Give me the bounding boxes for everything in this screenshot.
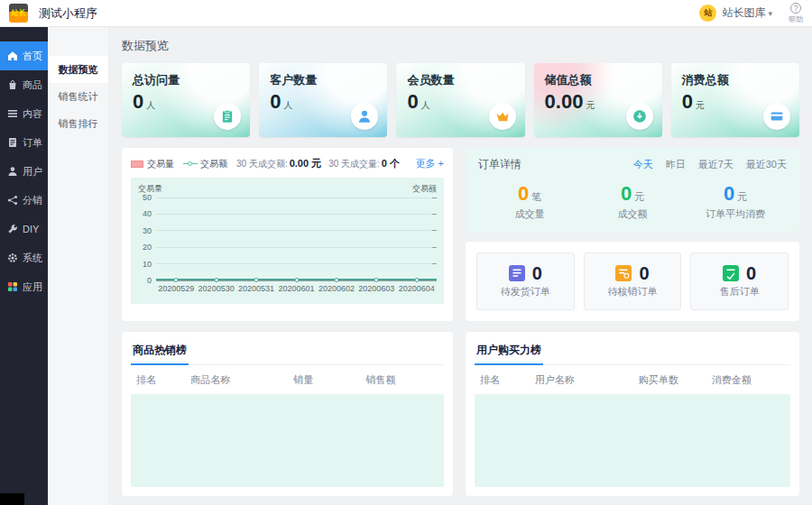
gear-icon <box>7 252 18 263</box>
stat-card-consumption: 消费总额 0元 <box>671 63 799 137</box>
buying-power-empty-body <box>475 394 790 487</box>
person-icon <box>351 103 378 130</box>
line-chart: 交易量 交易额 01020304050 20200529202005302020… <box>131 178 444 304</box>
more-link[interactable]: 更多 + <box>416 157 444 170</box>
submenu-item-sales-stats[interactable]: 销售统计 <box>48 83 108 110</box>
stat-title: 储值总额 <box>545 72 651 88</box>
main-content: 数据预览 总访问量 0人 客户数量 0人 会员数量 0人 <box>109 27 812 505</box>
user-avatar[interactable]: 站 <box>699 5 716 22</box>
submenu-item-sales-rank[interactable]: 销售排行 <box>48 110 108 137</box>
list-icon <box>7 108 18 119</box>
tab-last-7-days[interactable]: 最近7天 <box>698 158 734 171</box>
chart-summary: 30 天成交额:0.00 元30 天成交量:0 个 <box>236 157 407 170</box>
order-stat-amount: 0元 成交额 <box>581 184 684 221</box>
user-menu-label: 站长图库 <box>722 5 765 21</box>
document-icon <box>7 137 18 148</box>
question-icon: ? <box>790 3 801 14</box>
legend-label-volume[interactable]: 交易量 <box>147 158 174 170</box>
aftersale-icon <box>723 265 739 281</box>
shipment-icon <box>509 265 525 281</box>
home-icon <box>7 50 18 61</box>
submenu: 数据预览 销售统计 销售排行 <box>48 27 109 505</box>
stat-card-members: 会员数量 0人 <box>396 63 524 137</box>
hot-products-headers: 排名 商品名称 销量 销售额 <box>131 365 444 394</box>
order-stat-average: 0元 订单平均消费 <box>684 184 787 221</box>
buying-power-title[interactable]: 用户购买力榜 <box>475 342 543 365</box>
tab-today[interactable]: 今天 <box>633 158 653 171</box>
apps-icon <box>7 281 18 292</box>
submenu-item-data-preview[interactable]: 数据预览 <box>48 56 108 83</box>
x-axis-labels: 2020052920200530202005312020060120200602… <box>156 284 437 293</box>
y-axis-ticks: 01020304050 <box>138 198 156 281</box>
legend-label-amount[interactable]: 交易额 <box>200 158 227 170</box>
download-icon <box>626 103 653 130</box>
sidebar-item-system[interactable]: 系统 <box>0 243 48 272</box>
app-title: 测试小程序 <box>39 5 97 22</box>
crown-icon <box>489 103 516 130</box>
verify-icon <box>615 265 632 281</box>
tab-last-30-days[interactable]: 最近30天 <box>746 158 787 171</box>
clipboard-icon <box>214 103 241 130</box>
help-label: 帮助 <box>789 14 803 24</box>
sidebar: 首页 商品 内容 订单 用户 分销 DIY 系统 应用 <box>0 27 48 505</box>
after-sale-orders[interactable]: 0 售后订单 <box>690 252 789 310</box>
pending-orders-card: 0 待发货订单 0 待核销订单 0 售后订单 <box>466 242 799 321</box>
legend-marker-amount[interactable] <box>183 163 198 164</box>
sidebar-item-orders[interactable]: 订单 <box>0 128 48 157</box>
order-details-title: 订单详情 <box>478 157 521 172</box>
stat-card-customers: 客户数量 0人 <box>259 63 387 137</box>
stat-title: 会员数量 <box>407 72 513 88</box>
stat-title: 消费总额 <box>682 72 789 88</box>
app-logo: 站长 <box>9 4 28 23</box>
help-button[interactable]: ? 帮助 <box>789 3 803 24</box>
user-menu-dropdown[interactable]: 站长图库 ▾ <box>722 5 772 21</box>
user-icon <box>7 166 18 177</box>
hot-products-empty-body <box>131 394 444 487</box>
pending-verify-orders[interactable]: 0 待核销订单 <box>584 252 682 310</box>
chevron-down-icon: ▾ <box>768 9 772 18</box>
stat-title: 客户数量 <box>270 72 376 88</box>
sidebar-item-distribution[interactable]: 分销 <box>0 186 48 215</box>
tools-icon <box>7 224 18 234</box>
buying-power-card: 用户购买力榜 排名 用户名称 购买单数 消费金额 <box>466 332 799 496</box>
sidebar-item-content[interactable]: 内容 <box>0 99 48 128</box>
stat-cards-row: 总访问量 0人 客户数量 0人 会员数量 0人 <box>122 63 799 137</box>
plot-area <box>156 198 437 281</box>
tab-yesterday[interactable]: 昨日 <box>666 158 686 171</box>
order-details-tabs: 今天 昨日 最近7天 最近30天 <box>633 158 787 171</box>
topbar: 站长 测试小程序 站 站长图库 ▾ ? 帮助 <box>0 0 812 27</box>
stat-card-total-visits: 总访问量 0人 <box>122 63 250 137</box>
page-title: 数据预览 <box>122 38 799 54</box>
bag-icon <box>7 79 18 90</box>
sidebar-item-users[interactable]: 用户 <box>0 157 48 186</box>
hot-products-title[interactable]: 商品热销榜 <box>131 342 189 365</box>
buying-power-headers: 排名 用户名称 购买单数 消费金额 <box>475 365 790 394</box>
sidebar-item-home[interactable]: 首页 <box>0 41 48 70</box>
order-stat-volume: 0笔 成交量 <box>478 184 581 221</box>
pending-shipment-orders[interactable]: 0 待发货订单 <box>476 252 575 310</box>
stat-title: 总访问量 <box>133 72 239 88</box>
sidebar-item-apps[interactable]: 应用 <box>0 272 48 301</box>
stat-card-stored-value: 储值总额 0.00元 <box>534 63 662 137</box>
sidebar-collapse-button[interactable] <box>0 493 24 505</box>
sidebar-item-products[interactable]: 商品 <box>0 70 48 99</box>
sidebar-item-diy[interactable]: DIY <box>0 215 48 243</box>
legend-swatch-volume[interactable] <box>131 161 143 168</box>
card-icon <box>763 103 790 130</box>
right-axis-label: 交易额 <box>412 183 437 195</box>
order-details-card: 订单详情 今天 昨日 最近7天 最近30天 0笔 成交量 0元 <box>466 148 799 233</box>
hot-products-card: 商品热销榜 排名 商品名称 销量 销售额 <box>122 332 453 496</box>
transactions-chart-card: 交易量 交易额 30 天成交额:0.00 元30 天成交量:0 个 更多 + 交… <box>122 148 453 321</box>
share-icon <box>7 195 18 206</box>
